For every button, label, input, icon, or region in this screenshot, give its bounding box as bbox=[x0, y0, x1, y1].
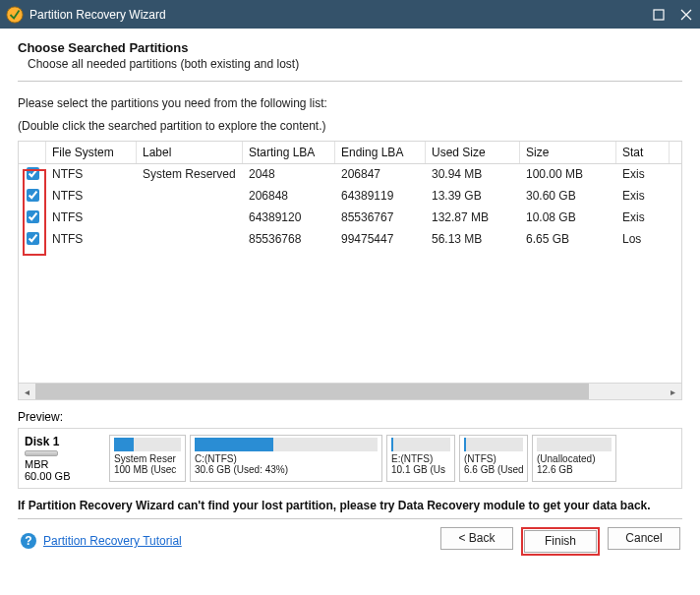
disk-name: Disk 1 bbox=[25, 435, 105, 448]
scroll-right-arrow[interactable]: ▸ bbox=[665, 384, 681, 400]
cell-start: 85536768 bbox=[243, 229, 335, 251]
partition-box[interactable]: C:(NTFS)30.6 GB (Used: 43%) bbox=[190, 435, 382, 482]
table-row[interactable]: NTFS6438912085536767132.87 MB10.08 GBExi… bbox=[19, 208, 681, 229]
table-body: NTFSSystem Reserved204820684730.94 MB100… bbox=[19, 164, 681, 383]
horizontal-scrollbar[interactable]: ◂ ▸ bbox=[19, 383, 681, 399]
cell-status: Exis bbox=[616, 164, 670, 186]
partition-box[interactable]: System Reser100 MB (Usec bbox=[109, 435, 186, 482]
partition-label: (Unallocated) bbox=[537, 453, 612, 464]
row-checkbox[interactable] bbox=[27, 232, 39, 245]
col-starting-lba[interactable]: Starting LBA bbox=[243, 142, 335, 163]
table-header: File System Label Starting LBA Ending LB… bbox=[19, 142, 681, 164]
partition-label: (NTFS) bbox=[464, 453, 523, 464]
partition-table: File System Label Starting LBA Ending LB… bbox=[18, 141, 682, 400]
partition-box[interactable]: (NTFS)6.6 GB (Used: bbox=[459, 435, 528, 482]
partition-size: 12.6 GB bbox=[537, 464, 612, 475]
cell-used: 13.39 GB bbox=[426, 186, 520, 208]
cell-label bbox=[137, 229, 243, 251]
scroll-left-arrow[interactable]: ◂ bbox=[19, 384, 35, 400]
maximize-button[interactable] bbox=[645, 0, 672, 29]
disk-type: MBR bbox=[25, 458, 105, 470]
table-row[interactable]: NTFS855367689947544756.13 MB6.65 GBLos bbox=[19, 229, 681, 251]
disk-preview: Disk 1 MBR 60.00 GB System Reser100 MB (… bbox=[18, 428, 682, 489]
row-checkbox[interactable] bbox=[27, 189, 39, 202]
disk-info: Disk 1 MBR 60.00 GB bbox=[25, 435, 105, 482]
svg-rect-1 bbox=[654, 10, 664, 20]
cell-size: 30.60 GB bbox=[520, 186, 616, 208]
col-used-size[interactable]: Used Size bbox=[426, 142, 520, 163]
window-title: Partition Recovery Wizard bbox=[29, 8, 645, 22]
col-ending-lba[interactable]: Ending LBA bbox=[335, 142, 426, 163]
cell-used: 132.87 MB bbox=[426, 208, 520, 229]
partition-box[interactable]: E:(NTFS)10.1 GB (Us bbox=[386, 435, 455, 482]
cell-label bbox=[137, 208, 243, 229]
col-status[interactable]: Stat bbox=[616, 142, 670, 163]
cell-start: 206848 bbox=[243, 186, 335, 208]
cell-used: 56.13 MB bbox=[426, 229, 520, 251]
col-check bbox=[19, 142, 46, 163]
cell-status: Los bbox=[616, 229, 670, 251]
cell-size: 100.00 MB bbox=[520, 164, 616, 186]
cell-end: 64389119 bbox=[335, 186, 426, 208]
row-checkbox[interactable] bbox=[27, 167, 39, 180]
table-row[interactable]: NTFSSystem Reserved204820684730.94 MB100… bbox=[19, 164, 681, 186]
cell-fs: NTFS bbox=[46, 186, 137, 208]
cell-start: 2048 bbox=[243, 164, 335, 186]
disk-icon bbox=[25, 450, 58, 456]
cell-size: 6.65 GB bbox=[520, 229, 616, 251]
col-filesystem[interactable]: File System bbox=[46, 142, 137, 163]
page-heading: Choose Searched Partitions bbox=[18, 40, 682, 55]
cell-end: 85536767 bbox=[335, 208, 426, 229]
svg-text:?: ? bbox=[25, 534, 31, 548]
partition-size: 6.6 GB (Used: bbox=[464, 464, 523, 475]
col-size[interactable]: Size bbox=[520, 142, 616, 163]
partition-size: 10.1 GB (Us bbox=[391, 464, 450, 475]
cell-end: 99475447 bbox=[335, 229, 426, 251]
partition-label: C:(NTFS) bbox=[195, 453, 378, 464]
cell-status: Exis bbox=[616, 186, 670, 208]
cell-fs: NTFS bbox=[46, 229, 137, 251]
svg-point-0 bbox=[7, 6, 23, 22]
partition-label: System Reser bbox=[114, 453, 181, 464]
row-checkbox[interactable] bbox=[27, 210, 39, 223]
divider-bottom bbox=[18, 518, 682, 519]
cell-start: 64389120 bbox=[243, 208, 335, 229]
disk-size: 60.00 GB bbox=[25, 470, 105, 482]
scrollbar-thumb[interactable] bbox=[35, 384, 589, 399]
page-subheading: Choose all needed partitions (both exist… bbox=[28, 57, 682, 71]
footer: ? Partition Recovery Tutorial < Back Fin… bbox=[18, 527, 682, 556]
cell-label bbox=[137, 186, 243, 208]
close-button[interactable] bbox=[672, 0, 700, 29]
warning-text: If Partition Recovery Wizard can't find … bbox=[18, 499, 682, 512]
table-row[interactable]: NTFS2068486438911913.39 GB30.60 GBExis bbox=[19, 186, 681, 208]
help-link-area: ? Partition Recovery Tutorial bbox=[20, 532, 182, 550]
partition-size: 100 MB (Usec bbox=[114, 464, 181, 475]
cell-fs: NTFS bbox=[46, 164, 137, 186]
cell-fs: NTFS bbox=[46, 208, 137, 229]
cell-used: 30.94 MB bbox=[426, 164, 520, 186]
app-icon bbox=[6, 6, 24, 24]
partition-size: 30.6 GB (Used: 43%) bbox=[195, 464, 378, 475]
cell-size: 10.08 GB bbox=[520, 208, 616, 229]
help-icon: ? bbox=[20, 532, 37, 550]
partition-label: E:(NTFS) bbox=[391, 453, 450, 464]
back-button[interactable]: < Back bbox=[440, 527, 513, 550]
instruction-line-1: Please select the partitions you need fr… bbox=[18, 95, 682, 112]
cell-label: System Reserved bbox=[137, 164, 243, 186]
partition-box[interactable]: (Unallocated)12.6 GB bbox=[532, 435, 616, 482]
col-label[interactable]: Label bbox=[137, 142, 243, 163]
cancel-button[interactable]: Cancel bbox=[608, 527, 680, 550]
preview-label: Preview: bbox=[18, 410, 682, 424]
divider bbox=[18, 81, 682, 82]
finish-highlight: Finish bbox=[521, 527, 600, 556]
title-bar: Partition Recovery Wizard bbox=[0, 0, 700, 29]
finish-button[interactable]: Finish bbox=[524, 530, 597, 553]
cell-end: 206847 bbox=[335, 164, 426, 186]
instruction-line-2: (Double click the searched partition to … bbox=[18, 118, 682, 135]
cell-status: Exis bbox=[616, 208, 670, 229]
tutorial-link[interactable]: Partition Recovery Tutorial bbox=[43, 534, 182, 548]
